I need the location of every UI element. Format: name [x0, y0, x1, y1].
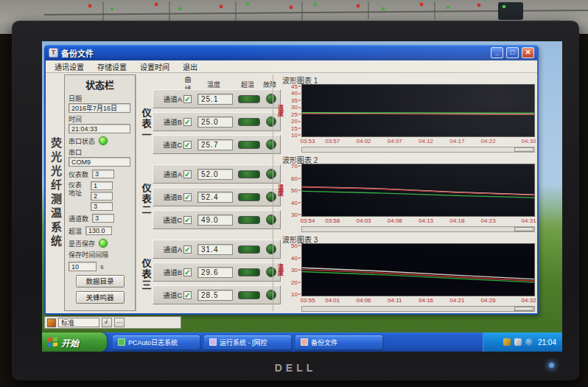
serial-port-select[interactable]: COM9 [69, 157, 130, 167]
instrument-name-label: 仪表二 [139, 183, 153, 216]
start-button[interactable]: 开始 [42, 332, 107, 352]
window-titlebar[interactable]: T 备份文件 _ □ ✕ [46, 45, 537, 60]
curve-checkbox[interactable]: ✓ [183, 118, 192, 126]
curve-checkbox[interactable]: ✓ [183, 170, 192, 178]
chart-plot-area[interactable] [301, 164, 535, 217]
curve-checkbox[interactable]: ✓ [183, 95, 192, 103]
channel-rows: 通道A✓31.4通道B✓29.6通道C✓28.5 [153, 238, 281, 310]
minimize-button[interactable]: _ [491, 47, 503, 58]
overtemp-setting-label: 超温 [69, 226, 82, 236]
instruments-column: 曲线 温度 超温 故障 仪表一通道A✓25.1通道B✓25.0通道C✓25.7仪… [136, 74, 273, 311]
instrument-address-0[interactable]: 1 [91, 181, 113, 190]
instrument-address-label: 仪表地址 [69, 181, 88, 211]
overtemp-led [238, 245, 260, 254]
chart-scrollbar[interactable] [301, 147, 535, 153]
tray-safety-icon[interactable] [525, 338, 533, 346]
font-selector[interactable]: 标准 [58, 318, 99, 327]
align-button[interactable]: ╛ [102, 318, 112, 327]
y-tick-label: 50 [291, 187, 301, 194]
curve-checkbox[interactable]: ✓ [183, 291, 192, 299]
y-tick-label: 30 [291, 267, 301, 273]
chart-y-ticks: 1015202530354045 [284, 84, 301, 137]
menu-item-0[interactable]: 通讯设置 [49, 60, 90, 73]
chart-x-ticks: 03:5403:5804:0304:0804:1304:1804:2304:31 [301, 217, 535, 226]
curve-checkbox[interactable]: ✓ [183, 216, 192, 224]
overtemp-led [238, 216, 260, 224]
save-toggle-led[interactable] [99, 239, 108, 248]
y-tick-label: 70 [291, 163, 301, 170]
y-tick-label: 30 [291, 104, 301, 111]
channel-label: 通道B [154, 116, 183, 127]
temperature-display: 28.5 [197, 290, 233, 301]
taskbar-item-2[interactable]: 备份文件 [295, 335, 382, 349]
data-directory-button[interactable]: 数据目录 [76, 275, 125, 287]
chart-y-axis-label: 温度 [276, 164, 284, 217]
chart-scrollbar-thumb[interactable] [514, 227, 533, 231]
taskbar-item-label: PCAuto日志系统 [128, 338, 178, 347]
series-通道B [302, 270, 534, 281]
chart-x-ticks: 03:5504:0104:0604:1104:1604:2104:2604:32 [301, 296, 535, 305]
channel-row: 通道C✓25.7 [153, 135, 281, 154]
overtemp-led [238, 268, 260, 276]
chart-y-axis-label-text: 温度 [276, 105, 284, 116]
instrument-name-label: 仪表一 [139, 108, 153, 141]
chart-scrollbar[interactable] [301, 306, 535, 312]
status-panel-title: 状态栏 [69, 77, 131, 91]
chart-y-axis-label-text: 温度 [276, 264, 284, 276]
chart-x-ticks: 03:5303:5704:0204:0704:1204:1704:2204:30 [301, 137, 535, 146]
taskbar-items: PCAuto日志系统运行系统 - [网控备份文件 [107, 332, 483, 352]
save-interval-value[interactable]: 10 [69, 262, 97, 271]
chart-plot-area[interactable] [301, 243, 535, 296]
toolbar-app-icon [47, 318, 56, 327]
y-tick-label: 30 [291, 212, 301, 218]
channel-count-label: 通道数 [69, 214, 88, 223]
window-title: 备份文件 [61, 47, 488, 59]
channel-label: 通道A [154, 169, 183, 179]
buzzer-off-button[interactable]: 关蜂鸣器 [76, 291, 125, 304]
chart-y-axis-label-text: 温度 [276, 184, 284, 196]
channel-label: 通道A [154, 244, 183, 254]
y-tick-label: 40 [291, 90, 301, 97]
temperature-display: 25.0 [197, 116, 233, 128]
distribute-button[interactable]: ⋯ [114, 318, 125, 327]
y-tick-label: 20 [291, 118, 301, 125]
windows-logo-icon [48, 337, 57, 347]
curve-checkbox[interactable]: ✓ [183, 268, 192, 276]
curve-checkbox[interactable]: ✓ [183, 141, 192, 149]
chart-title: 波形图表 3 [276, 234, 535, 243]
taskbar-item-icon [209, 338, 217, 346]
y-tick-label: 10 [291, 132, 301, 139]
window-content: 荧光光纤测温系统 状态栏 日期 2016年7月16日 时间 21:04:33 串… [46, 73, 537, 312]
channel-label: 通道C [154, 215, 183, 225]
menu-item-3[interactable]: 退出 [177, 60, 203, 73]
tray-volume-icon[interactable] [514, 338, 522, 346]
channel-rows: 通道A✓52.0通道B✓52.4通道C✓49.0 [153, 163, 281, 235]
menu-item-2[interactable]: 设置时间 [134, 60, 175, 73]
curve-checkbox[interactable]: ✓ [183, 245, 192, 254]
channel-row: 通道B✓25.0 [153, 112, 281, 131]
chart-plot-area[interactable] [301, 84, 535, 137]
taskbar-item-label: 备份文件 [311, 338, 337, 347]
chart-scrollbar-thumb[interactable] [514, 147, 533, 152]
maximize-button[interactable]: □ [506, 47, 519, 58]
monitor-power-led[interactable] [549, 363, 554, 368]
taskbar-item-1[interactable]: 运行系统 - [网控 [204, 335, 291, 349]
y-tick-label: 50 [291, 243, 301, 249]
chart-scrollbar-thumb[interactable] [514, 307, 533, 311]
curve-checkbox[interactable]: ✓ [183, 193, 192, 201]
overtemp-setting-value[interactable]: 130.0 [85, 226, 112, 235]
taskbar-item-label: 运行系统 - [网控 [220, 338, 267, 347]
channel-row: 通道A✓52.0 [153, 164, 281, 184]
tray-network-icon[interactable] [503, 338, 511, 346]
x-tick-label: 04:16 [419, 297, 433, 304]
chart-scrollbar[interactable] [301, 226, 535, 232]
temperature-display: 29.6 [197, 267, 233, 278]
instrument-address-1[interactable]: 2 [91, 192, 113, 201]
temperature-display: 52.4 [197, 192, 233, 203]
close-button[interactable]: ✕ [522, 47, 534, 58]
menu-item-1[interactable]: 存储设置 [91, 60, 133, 73]
instrument-address-2[interactable]: 3 [91, 202, 113, 211]
x-tick-label: 04:18 [449, 217, 464, 224]
taskbar-item-0[interactable]: PCAuto日志系统 [113, 335, 200, 349]
save-toggle-label: 是否保存 [69, 239, 95, 248]
